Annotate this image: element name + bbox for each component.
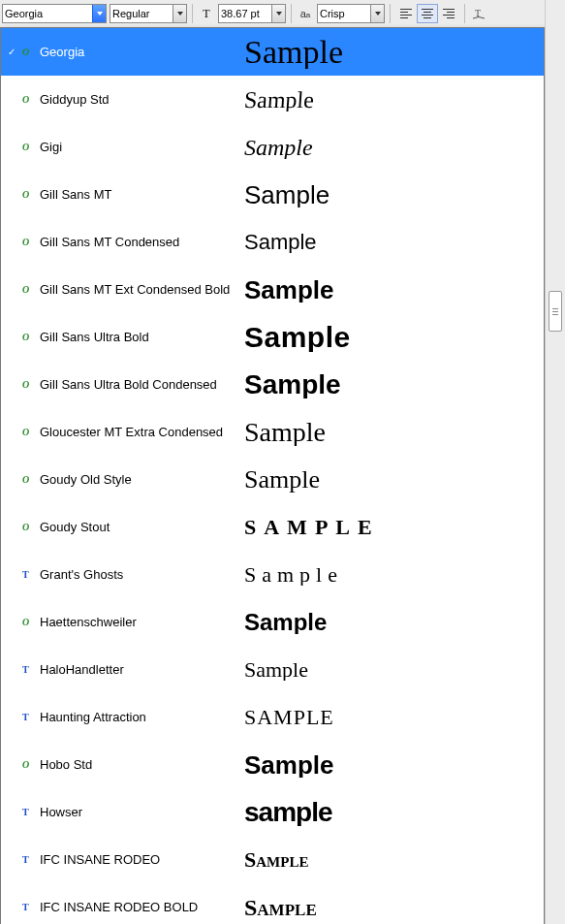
font-size-combo[interactable] <box>218 4 286 23</box>
font-size-dropdown-button[interactable] <box>271 5 285 22</box>
font-row-left: OGoudy Old Style <box>1 472 244 487</box>
font-row[interactable]: ✓OGeorgiaSample <box>1 28 544 76</box>
font-row-left: TIFC INSANE RODEO <box>1 852 244 867</box>
font-sample: Sample <box>244 659 544 681</box>
font-row-left: THowser <box>1 805 244 819</box>
font-row[interactable]: TIFC INSANE RODEOSample <box>1 836 544 883</box>
font-row-left: OGill Sans MT Ext Condensed Bold <box>1 282 244 297</box>
opentype-icon: O <box>22 47 34 57</box>
font-row-left: OGiddyup Std <box>1 92 244 107</box>
font-name-label: Gloucester MT Extra Condensed <box>40 425 223 439</box>
font-row[interactable]: OGill Sans Ultra BoldSample <box>1 313 544 361</box>
antialias-icon: aa <box>297 5 314 22</box>
font-row[interactable]: OGill Sans MT Ext Condensed BoldSample <box>1 266 544 313</box>
opentype-icon: O <box>22 189 34 200</box>
font-row[interactable]: OGloucester MT Extra CondensedSample <box>1 408 544 456</box>
opentype-icon: O <box>22 759 34 770</box>
font-style-dropdown-button[interactable] <box>173 5 186 22</box>
font-sample: Sample <box>244 36 544 69</box>
opentype-icon: O <box>22 617 34 627</box>
font-sample: Sample <box>244 371 544 398</box>
truetype-icon: T <box>22 712 34 722</box>
font-name-label: HaloHandletter <box>40 662 124 677</box>
separator <box>390 4 391 23</box>
font-sample: Sample <box>244 752 544 778</box>
font-name-label: Gill Sans MT Condensed <box>40 235 179 249</box>
warp-text-button[interactable]: T <box>470 5 487 22</box>
font-sample: Sample <box>244 419 544 446</box>
font-row[interactable]: TIFC INSANE RODEO BOLDSample <box>1 883 544 924</box>
font-row[interactable]: THowsersample <box>1 788 544 836</box>
font-row[interactable]: OGigiSample <box>1 123 544 171</box>
chevron-down-icon <box>177 12 183 16</box>
font-size-input[interactable] <box>219 6 271 21</box>
font-name-label: Gill Sans MT Ext Condensed Bold <box>40 282 230 297</box>
font-name-label: Gigi <box>40 140 62 154</box>
font-name-label: Goudy Old Style <box>40 472 132 487</box>
opentype-icon: O <box>22 522 34 532</box>
font-row[interactable]: THaunting AttractionSAMPLE <box>1 693 544 741</box>
check-icon: ✓ <box>7 47 16 57</box>
font-row[interactable]: OGoudy StoutSample <box>1 503 544 551</box>
font-name-label: IFC INSANE RODEO BOLD <box>40 900 198 914</box>
font-row[interactable]: OHobo StdSample <box>1 741 544 788</box>
font-row-left: THaloHandletter <box>1 662 244 677</box>
align-right-icon <box>443 9 455 18</box>
truetype-icon: T <box>22 902 34 912</box>
align-right-button[interactable] <box>438 4 459 23</box>
align-center-button[interactable] <box>417 4 438 23</box>
font-row[interactable]: OGill Sans Ultra Bold CondensedSample <box>1 361 544 408</box>
font-sample: Sample <box>244 323 544 352</box>
font-family-input[interactable] <box>3 6 92 21</box>
truetype-icon: T <box>22 664 34 675</box>
antialias-dropdown-button[interactable] <box>370 5 384 22</box>
font-name-label: Gill Sans MT <box>40 187 111 202</box>
font-family-dropdown: ✓OGeorgiaSampleOGiddyup StdSampleOGigiSa… <box>0 27 545 924</box>
font-sample: Sample <box>244 277 544 303</box>
chevron-down-icon <box>97 12 103 16</box>
font-sample: Sample <box>244 611 544 634</box>
truetype-icon: T <box>22 807 34 817</box>
font-row-left: ✓OGeorgia <box>1 45 244 59</box>
opentype-icon: O <box>22 237 34 247</box>
font-row-left: THaunting Attraction <box>1 710 244 724</box>
font-family-combo[interactable] <box>2 4 107 23</box>
font-family-dropdown-button[interactable] <box>92 5 106 22</box>
separator <box>291 4 292 23</box>
font-style-input[interactable] <box>110 6 173 21</box>
antialias-input[interactable] <box>318 6 370 21</box>
font-row-left: TGrant's Ghosts <box>1 567 244 582</box>
font-style-combo[interactable] <box>110 4 187 23</box>
font-row[interactable]: THaloHandletterSample <box>1 646 544 693</box>
font-name-label: Giddyup Std <box>40 92 110 107</box>
font-sample: Sample <box>244 182 544 207</box>
font-row-left: OHaettenschweiler <box>1 615 244 629</box>
font-sample: sample <box>244 799 544 826</box>
antialias-combo[interactable] <box>317 4 385 23</box>
font-row[interactable]: TGrant's GhostsSample <box>1 551 544 598</box>
font-row-left: OHobo Std <box>1 757 244 772</box>
font-row-left: OGill Sans Ultra Bold Condensed <box>1 377 244 392</box>
font-name-label: Hobo Std <box>40 757 92 772</box>
font-name-label: Grant's Ghosts <box>40 567 123 582</box>
separator <box>464 4 465 23</box>
font-sample: Sample <box>244 564 544 586</box>
font-size-icon: T <box>198 5 215 22</box>
font-row[interactable]: OGill Sans MTSample <box>1 171 544 218</box>
font-sample: Sample <box>244 136 544 159</box>
font-row-left: OGill Sans Ultra Bold <box>1 330 244 344</box>
font-name-label: Haunting Attraction <box>40 710 146 724</box>
align-left-icon <box>400 9 412 18</box>
scrollbar-thumb[interactable] <box>549 291 562 332</box>
scrollbar-rail[interactable] <box>545 0 565 924</box>
font-row-left: OGill Sans MT Condensed <box>1 235 244 249</box>
font-row[interactable]: OGoudy Old StyleSample <box>1 456 544 503</box>
font-row[interactable]: OHaettenschweilerSample <box>1 598 544 646</box>
font-list[interactable]: ✓OGeorgiaSampleOGiddyup StdSampleOGigiSa… <box>1 28 544 924</box>
opentype-icon: O <box>22 284 34 295</box>
align-left-button[interactable] <box>395 4 417 23</box>
font-row[interactable]: OGill Sans MT CondensedSample <box>1 218 544 266</box>
font-row[interactable]: OGiddyup StdSample <box>1 76 544 123</box>
opentype-icon: O <box>22 427 34 437</box>
truetype-icon: T <box>22 854 34 865</box>
